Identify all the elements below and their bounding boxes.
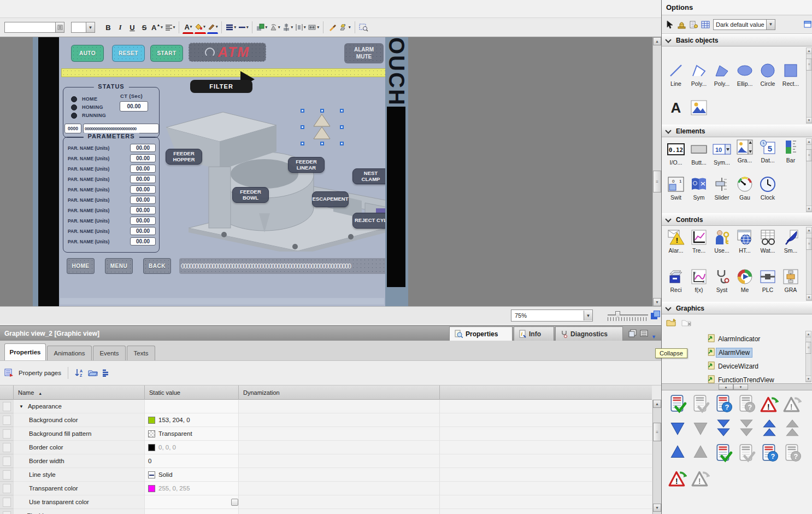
tree-item-functiontrendview[interactable]: FunctionTrendView: [662, 373, 805, 383]
palette-item-polyline[interactable]: Poly...: [688, 62, 710, 87]
palette-item-graph-overview[interactable]: GRA: [780, 268, 802, 293]
escapement-label[interactable]: ESCAPEMENT: [312, 191, 349, 207]
palette-item-bar[interactable]: Bar: [780, 138, 802, 163]
parameter-value-field[interactable]: 00.00: [130, 227, 156, 235]
zoom-level-combo[interactable]: 75% ▼: [511, 309, 593, 322]
palette-item-user-view[interactable]: Use...: [711, 229, 733, 254]
column-dynamization[interactable]: Dynamization: [239, 385, 440, 400]
tree-item-alarmindicator[interactable]: AlarmIndicator: [662, 332, 805, 346]
inspector-vertical-scrollbar[interactable]: ▲ ≡ ▼: [652, 400, 661, 514]
select-cursor-icon[interactable]: [666, 20, 674, 29]
palette-item-symbolic-io[interactable]: 10 Sym...: [711, 141, 733, 166]
scroll-down-icon[interactable]: ▼: [653, 504, 661, 512]
object-settings-icon[interactable]: [690, 20, 698, 29]
pattern-swatch[interactable]: [148, 430, 155, 437]
palette-item-media-player[interactable]: Me: [734, 268, 756, 293]
scroll-down-icon[interactable]: ▼: [807, 206, 811, 212]
selection-handle[interactable]: [340, 125, 344, 129]
atm-logo-panel[interactable]: ATM: [189, 43, 266, 62]
underline-button[interactable]: U: [127, 21, 138, 34]
back-button[interactable]: BACK: [143, 258, 171, 274]
alarmview-help-graphic[interactable]: [760, 443, 779, 463]
table-row[interactable]: Background fill pattern Transparent: [0, 427, 652, 441]
open-folder-icon[interactable]: [88, 369, 98, 377]
section-controls[interactable]: Controls: [662, 213, 812, 226]
background-fill-color-button[interactable]: ▾: [195, 21, 206, 34]
palette-item-slider[interactable]: Slider: [711, 176, 733, 201]
scrollbar-thumb[interactable]: ≡: [806, 59, 812, 71]
palette-item-circle[interactable]: Circle: [757, 62, 779, 87]
parameter-value-field[interactable]: 00.00: [130, 217, 156, 225]
alarmview-checked-graphic[interactable]: [714, 443, 733, 463]
palette-item-trend-view[interactable]: Tre...: [688, 229, 710, 254]
parameter-value-field[interactable]: 00.00: [130, 154, 156, 162]
feeder-linear-label[interactable]: FEEDER LINEAR: [288, 157, 325, 173]
font-color-button[interactable]: A▾: [183, 21, 193, 34]
alarmview-help-graphic-disabled[interactable]: [737, 394, 756, 413]
arrow-double-down-graphic[interactable]: [714, 419, 733, 437]
view-tab-diagnostics[interactable]: Diagnostics: [555, 326, 623, 341]
palette-item-system-diagnostics[interactable]: Syst: [711, 268, 733, 293]
italic-button[interactable]: I: [115, 21, 126, 34]
delete-graphic-folder-icon[interactable]: [681, 318, 692, 328]
rotate-button[interactable]: ▾: [269, 21, 281, 34]
font-name-combo[interactable]: [4, 22, 64, 33]
palette-item-recipe-view[interactable]: Reci: [665, 268, 687, 293]
footer-message-field[interactable]: 0000000000000000000000000000000000000000…: [179, 258, 404, 274]
view-tab-info[interactable]: i Info: [514, 326, 554, 341]
tab-properties[interactable]: Properties: [4, 343, 46, 360]
bold-button[interactable]: B: [103, 21, 114, 34]
arrow-down-graphic-disabled[interactable]: [691, 419, 710, 437]
selection-handle[interactable]: [340, 109, 344, 113]
selection-handle[interactable]: [301, 109, 304, 113]
paragraph-align-button[interactable]: ▾: [164, 21, 176, 34]
align-objects-button[interactable]: ▾: [281, 21, 293, 34]
tab-texts[interactable]: Texts: [127, 346, 155, 360]
color-swatch[interactable]: [148, 485, 155, 492]
alarm-refresh-graphic-disabled[interactable]: [783, 394, 802, 413]
alarm-refresh-graphic-disabled[interactable]: [691, 468, 710, 488]
parameter-value-field[interactable]: 00.00: [130, 206, 156, 214]
new-graphic-folder-icon[interactable]: [666, 318, 677, 328]
palette-item-date-time[interactable]: 5 Dat...: [757, 138, 779, 163]
alarmview-checked-graphic[interactable]: [668, 394, 687, 413]
tab-events[interactable]: Events: [93, 346, 126, 360]
elements-scrollbar[interactable]: ▲≡▼: [806, 138, 812, 212]
match-size-button[interactable]: ▾: [307, 21, 320, 34]
parameter-value-field[interactable]: 00.00: [130, 144, 156, 152]
layers-button[interactable]: ▾: [339, 21, 351, 34]
color-swatch[interactable]: [148, 444, 155, 451]
palette-item-graphic-view[interactable]: [688, 99, 710, 116]
section-graphics[interactable]: Graphics: [662, 302, 812, 314]
arrow-down-graphic[interactable]: [668, 419, 687, 437]
basic-objects-scrollbar[interactable]: ▲≡▼: [806, 48, 812, 124]
table-row-group[interactable]: ▼Appearance: [0, 400, 652, 413]
canvas-vertical-scrollbar[interactable]: ▲ ≡ ▼: [652, 37, 661, 306]
font-size-up-button[interactable]: A▲▾: [151, 21, 163, 34]
alarmview-help-graphic[interactable]: [714, 394, 733, 413]
selection-handle[interactable]: [320, 142, 324, 145]
status-code-field[interactable]: 0000: [64, 124, 81, 133]
palette-item-switch[interactable]: 01 Swit: [665, 176, 687, 201]
graphics-tree-scrollbar[interactable]: ▲≡▼: [805, 331, 811, 382]
scroll-up-icon[interactable]: ▲: [807, 139, 811, 145]
palette-item-rectangle[interactable]: Rect...: [780, 62, 802, 87]
table-row[interactable]: Line style Solid: [0, 468, 652, 482]
scroll-down-icon[interactable]: ▼: [653, 298, 661, 306]
tab-animations[interactable]: Animations: [47, 346, 92, 360]
style-dropdown-icon[interactable]: ▼: [766, 20, 775, 30]
alarmview-checked-graphic-disabled[interactable]: [691, 394, 710, 413]
feeder-bowl-label[interactable]: FEEDER BOWL: [232, 187, 269, 203]
nest-clamp-label[interactable]: NEST CLAMP: [352, 168, 389, 184]
palette-item-watch-table[interactable]: Wat...: [757, 229, 779, 254]
arrow-up-graphic-disabled[interactable]: [691, 443, 710, 462]
section-basic-objects[interactable]: Basic objects: [662, 34, 812, 46]
float-panel-icon[interactable]: [628, 329, 637, 337]
start-button[interactable]: START: [150, 45, 183, 62]
palette-item-line[interactable]: Line: [665, 62, 687, 87]
alarm-mute-button[interactable]: ALARM MUTE: [344, 43, 384, 63]
sort-az-icon[interactable]: AZ: [75, 369, 84, 377]
selected-arrow-object[interactable]: [306, 112, 338, 141]
font-size-dropdown-icon[interactable]: ▼: [86, 22, 95, 32]
scrollbar-thumb[interactable]: ≡: [653, 171, 661, 192]
